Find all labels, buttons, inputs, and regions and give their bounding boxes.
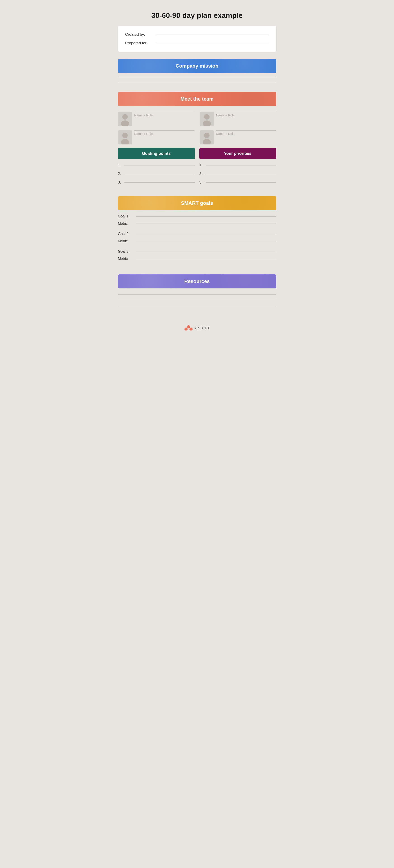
- guiding-num-1: 1.: [118, 163, 123, 167]
- smart-goals-section: SMART goals Goal 1. Metric: Goal 2. Metr…: [118, 196, 276, 267]
- meet-team-header: Meet the team: [118, 92, 276, 106]
- member-info-3: Name + Role: [134, 130, 194, 136]
- goal-row-1: Goal 1.: [118, 214, 276, 218]
- guiding-num-2: 2.: [118, 172, 123, 176]
- guiding-line-3: [124, 182, 195, 183]
- guiding-point-1: 1.: [118, 163, 195, 167]
- priority-line-2: [206, 174, 276, 174]
- resources-lines: [118, 292, 276, 313]
- prepared-for-label: Prepared for:: [125, 41, 155, 45]
- priority-num-1: 1.: [200, 163, 205, 167]
- avatar-4: [200, 130, 214, 145]
- svg-point-14: [189, 328, 192, 331]
- company-mission-section: Company mission: [118, 59, 276, 90]
- footer: asana: [118, 325, 276, 331]
- svg-point-10: [204, 133, 210, 138]
- created-by-row: Created by:: [125, 32, 269, 37]
- member-name-line-3: [134, 130, 194, 131]
- team-grid: Name + Role Name + Role: [118, 110, 276, 146]
- resources-header: Resources: [118, 274, 276, 288]
- priority-2: 2.: [200, 172, 276, 176]
- meet-team-section: Meet the team Name + Role: [118, 92, 276, 146]
- your-priorities-box: Your priorities 1. 2. 3.: [200, 148, 276, 189]
- priority-line-3: [206, 182, 276, 183]
- team-member-4: Name + Role: [200, 130, 276, 145]
- priority-num-3: 3.: [200, 180, 205, 184]
- svg-point-7: [122, 133, 128, 138]
- priority-3: 3.: [200, 180, 276, 184]
- goal-line-1: [135, 216, 276, 217]
- metric-label-2: Metric:: [118, 239, 134, 243]
- metric-label-1: Metric:: [118, 221, 134, 225]
- guiding-line-2: [124, 174, 195, 174]
- asana-brand-name: asana: [195, 325, 210, 331]
- member-info-2: Name + Role: [216, 112, 276, 118]
- avatar-3: [118, 130, 132, 145]
- member-name-label-1: Name + Role: [134, 114, 194, 117]
- member-name-label-4: Name + Role: [216, 132, 276, 135]
- resource-line-3: [118, 306, 276, 306]
- goal-line-2: [135, 234, 276, 234]
- metric-line-1: [135, 223, 276, 224]
- prepared-for-line: [156, 43, 269, 43]
- guiding-point-3: 3.: [118, 180, 195, 184]
- guiding-point-2: 2.: [118, 172, 195, 176]
- your-priorities-header: Your priorities: [200, 148, 276, 159]
- smart-goals-header: SMART goals: [118, 196, 276, 210]
- member-name-line-2: [216, 112, 276, 112]
- resources-section: Resources: [118, 274, 276, 313]
- svg-point-4: [204, 114, 210, 120]
- created-by-label: Created by:: [125, 32, 155, 37]
- metric-row-1: Metric:: [118, 221, 276, 225]
- metric-row-2: Metric:: [118, 239, 276, 243]
- page-title: 30-60-90 day plan example: [118, 11, 276, 20]
- guiding-num-3: 3.: [118, 180, 123, 184]
- goal-label-3: Goal 3.: [118, 250, 134, 254]
- svg-point-12: [187, 325, 190, 329]
- goal-block-3: Goal 3. Metric:: [118, 250, 276, 261]
- member-name-line-1: [134, 112, 194, 112]
- goal-row-2: Goal 2.: [118, 232, 276, 236]
- team-member-1: Name + Role: [118, 112, 194, 126]
- metric-label-3: Metric:: [118, 257, 134, 261]
- team-member-3: Name + Role: [118, 130, 194, 145]
- member-name-line-4: [216, 130, 276, 131]
- avatar-2: [200, 112, 214, 126]
- member-info-4: Name + Role: [216, 130, 276, 136]
- svg-point-1: [122, 114, 128, 120]
- resource-line-1: [118, 294, 276, 294]
- page-container: 30-60-90 day plan example Created by: Pr…: [118, 9, 276, 855]
- priority-line-1: [206, 165, 276, 165]
- goal-label-1: Goal 1.: [118, 214, 134, 218]
- guiding-points-box: Guiding points 1. 2. 3.: [118, 148, 195, 189]
- goal-row-3: Goal 3.: [118, 250, 276, 254]
- metric-line-3: [135, 259, 276, 259]
- asana-logo: asana: [184, 325, 210, 331]
- two-col-section: Guiding points 1. 2. 3. Your priorities: [118, 148, 276, 189]
- info-card: Created by: Prepared for:: [118, 26, 276, 52]
- avatar-1: [118, 112, 132, 126]
- your-priorities-list: 1. 2. 3.: [200, 163, 276, 189]
- member-info-1: Name + Role: [134, 112, 194, 118]
- team-member-2: Name + Role: [200, 112, 276, 126]
- priority-1: 1.: [200, 163, 276, 167]
- company-mission-lines: [118, 77, 276, 83]
- goal-label-2: Goal 2.: [118, 232, 134, 236]
- member-name-label-2: Name + Role: [216, 114, 276, 117]
- metric-row-3: Metric:: [118, 257, 276, 261]
- prepared-for-row: Prepared for:: [125, 41, 269, 45]
- priority-num-2: 2.: [200, 172, 205, 176]
- guiding-points-header: Guiding points: [118, 148, 195, 159]
- guiding-line-1: [124, 165, 195, 165]
- company-mission-header: Company mission: [118, 59, 276, 73]
- asana-logo-icon: [184, 325, 192, 331]
- goal-block-2: Goal 2. Metric:: [118, 232, 276, 243]
- member-name-label-3: Name + Role: [134, 132, 194, 135]
- guiding-points-list: 1. 2. 3.: [118, 163, 195, 189]
- goal-block-1: Goal 1. Metric:: [118, 214, 276, 225]
- svg-point-13: [184, 328, 188, 331]
- resource-line-2: [118, 300, 276, 300]
